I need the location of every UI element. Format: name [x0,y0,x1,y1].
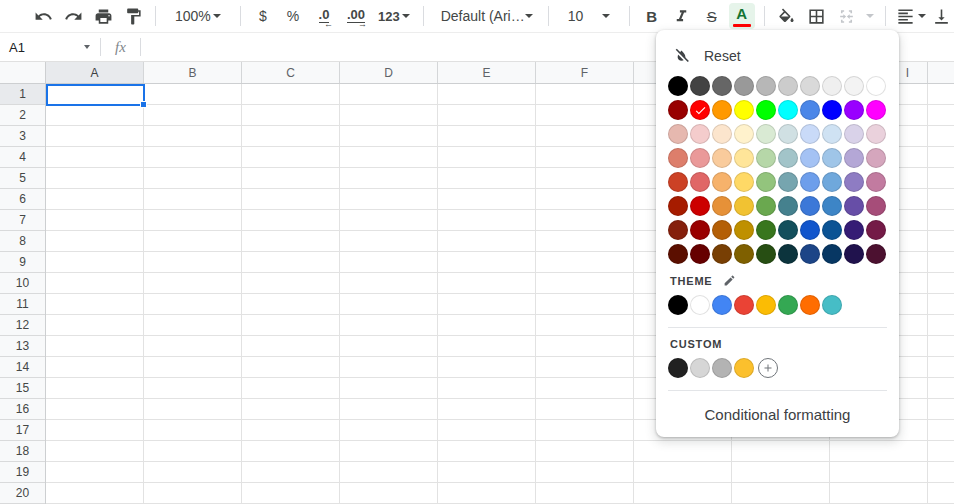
color-swatch-d5a6bd[interactable] [866,148,886,168]
row-header-13[interactable]: 13 [0,336,45,357]
borders-button[interactable] [804,3,830,29]
color-swatch-fff2cc[interactable] [734,124,754,144]
row-header-6[interactable]: 6 [0,189,45,210]
format-percent-button[interactable]: % [280,3,306,29]
color-swatch-d9d2e9[interactable] [844,124,864,144]
fill-color-button[interactable] [774,3,800,29]
color-swatch-741b47[interactable] [866,220,886,240]
color-swatch-434343[interactable] [690,76,710,96]
format-currency-button[interactable]: $ [250,3,276,29]
font-family-select[interactable]: Default (Ari… [433,3,539,29]
redo-button[interactable] [60,3,86,29]
color-swatch-a64d79[interactable] [866,196,886,216]
select-all-corner[interactable] [0,62,46,83]
color-swatch-1c4587[interactable] [800,244,820,264]
color-swatch-20124d[interactable] [844,244,864,264]
column-header-D[interactable]: D [340,62,438,83]
color-swatch-134f5c[interactable] [778,220,798,240]
column-header-E[interactable]: E [438,62,536,83]
color-swatch-6d9eeb[interactable] [800,172,820,192]
color-swatch-666666[interactable] [712,76,732,96]
color-swatch-274e13[interactable] [756,244,776,264]
color-swatch-7f6000[interactable] [734,244,754,264]
zoom-select[interactable]: 100% [167,3,229,29]
color-swatch-c9daf8[interactable] [800,124,820,144]
font-size-select[interactable]: 10 [558,3,620,29]
color-swatch-f9cb9c[interactable] [712,148,732,168]
color-swatch-f3f3f3[interactable] [844,76,864,96]
row-header-17[interactable]: 17 [0,420,45,441]
vertical-align-button[interactable] [932,7,954,26]
color-swatch-4285f4[interactable] [712,295,732,315]
undo-button[interactable] [30,3,56,29]
text-color-button[interactable]: A [729,3,755,29]
color-swatch-6fa8dc[interactable] [822,172,842,192]
row-header-8[interactable]: 8 [0,231,45,252]
column-header-A[interactable]: A [46,62,144,83]
color-swatch-9900ff[interactable] [844,100,864,120]
color-swatch-38761d[interactable] [756,220,776,240]
color-swatch-d0e0e3[interactable] [778,124,798,144]
row-header-16[interactable]: 16 [0,399,45,420]
color-swatch-d9d9d9[interactable] [800,76,820,96]
color-swatch-0c343d[interactable] [778,244,798,264]
merge-options-caret[interactable] [866,14,874,18]
color-swatch-45818e[interactable] [778,196,798,216]
color-swatch-cfe2f3[interactable] [822,124,842,144]
row-header-18[interactable]: 18 [0,441,45,462]
color-swatch-ffff00[interactable] [734,100,754,120]
color-swatch-efefef[interactable] [822,76,842,96]
bold-button[interactable]: B [639,3,665,29]
color-swatch-000000[interactable] [668,295,688,315]
color-swatch-0000ff[interactable] [822,100,842,120]
color-swatch-9fc5e8[interactable] [822,148,842,168]
color-swatch-cccccc[interactable] [778,76,798,96]
color-swatch-00ffff[interactable] [778,100,798,120]
color-swatch-990000[interactable] [690,220,710,240]
color-swatch-ea4335[interactable] [734,295,754,315]
color-swatch-1155cc[interactable] [800,220,820,240]
color-swatch-6aa84f[interactable] [756,196,776,216]
color-swatch-e6b8af[interactable] [668,124,688,144]
print-button[interactable] [90,3,116,29]
color-swatch-999999[interactable] [734,76,754,96]
color-swatch-cc4125[interactable] [668,172,688,192]
row-header-5[interactable]: 5 [0,168,45,189]
color-swatch-4c1130[interactable] [866,244,886,264]
add-custom-color-button[interactable] [758,358,778,378]
strikethrough-button[interactable]: S [699,3,725,29]
row-header-12[interactable]: 12 [0,315,45,336]
color-swatch-4a86e8[interactable] [800,100,820,120]
row-header-2[interactable]: 2 [0,105,45,126]
color-swatch-f1c232[interactable] [734,196,754,216]
color-swatch-ff9900[interactable] [712,100,732,120]
color-swatch-ffe599[interactable] [734,148,754,168]
color-swatch-e06666[interactable] [690,172,710,192]
color-swatch-000000[interactable] [668,76,688,96]
color-swatch-ff00ff[interactable] [866,100,886,120]
color-swatch-b3b3b3[interactable] [712,358,732,378]
color-swatch-ffd966[interactable] [734,172,754,192]
column-header-partial[interactable] [928,62,954,83]
color-swatch-351c75[interactable] [844,220,864,240]
row-header-3[interactable]: 3 [0,126,45,147]
color-swatch-c27ba0[interactable] [866,172,886,192]
merge-cells-button[interactable] [834,3,860,29]
color-swatch-fce5cd[interactable] [712,124,732,144]
color-swatch-34a853[interactable] [778,295,798,315]
color-swatch-ea9999[interactable] [690,148,710,168]
color-swatch-0b5394[interactable] [822,220,842,240]
row-header-11[interactable]: 11 [0,294,45,315]
color-swatch-8e7cc3[interactable] [844,172,864,192]
color-swatch-f6b26b[interactable] [712,172,732,192]
color-swatch-212121[interactable] [668,358,688,378]
color-swatch-85200c[interactable] [668,220,688,240]
decrease-decimal-button[interactable]: .0 ← [310,3,338,29]
column-header-C[interactable]: C [242,62,340,83]
row-header-7[interactable]: 7 [0,210,45,231]
color-swatch-cc0000[interactable] [690,196,710,216]
color-swatch-660000[interactable] [690,244,710,264]
row-header-19[interactable]: 19 [0,462,45,483]
color-swatch-674ea7[interactable] [844,196,864,216]
fill-handle[interactable] [140,101,147,108]
